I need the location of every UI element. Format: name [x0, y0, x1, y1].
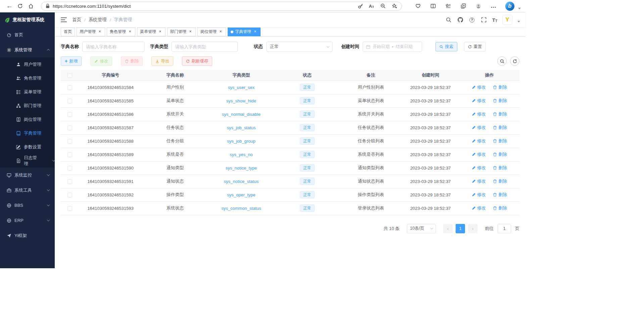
- sidebar-item-user-mgmt[interactable]: 用户管理: [0, 57, 55, 71]
- dict-name-input[interactable]: [82, 42, 145, 52]
- sidebar-item-menu-mgmt[interactable]: 菜单管理: [0, 85, 55, 99]
- sidebar-item-erp[interactable]: ERP: [0, 213, 55, 228]
- row-checkbox[interactable]: [67, 85, 72, 90]
- row-delete-link[interactable]: 删除: [493, 178, 507, 184]
- tab-role-mgmt[interactable]: 角色管理×: [107, 28, 135, 36]
- tab-home[interactable]: 首页: [61, 28, 75, 36]
- password-key-icon[interactable]: [358, 3, 364, 9]
- close-icon[interactable]: ×: [188, 30, 193, 34]
- tab-menu-mgmt[interactable]: 菜单管理×: [137, 28, 166, 36]
- row-checkbox[interactable]: [67, 139, 72, 144]
- sidebar-item-yi-framework[interactable]: Yi框架: [0, 228, 55, 243]
- tab-dict-mgmt[interactable]: 字典管理×: [228, 28, 261, 36]
- row-delete-link[interactable]: 删除: [493, 111, 507, 117]
- tab-dept-mgmt[interactable]: 部门管理×: [167, 28, 196, 36]
- breadcrumb-system[interactable]: 系统管理: [89, 17, 107, 23]
- user-avatar[interactable]: Y: [502, 15, 512, 25]
- dict-type-input[interactable]: [172, 42, 238, 52]
- prev-page-button[interactable]: ‹: [443, 224, 453, 233]
- sidebar-item-param-settings[interactable]: 参数设置: [0, 140, 55, 154]
- dict-type-link[interactable]: sys_job_status: [227, 125, 256, 130]
- dict-type-link[interactable]: sys_common_status: [221, 206, 261, 211]
- font-size-icon[interactable]: TT: [492, 17, 497, 23]
- row-delete-link[interactable]: 删除: [493, 192, 507, 198]
- sidebar-toggle-icon[interactable]: [61, 17, 67, 22]
- close-icon[interactable]: ×: [128, 30, 132, 34]
- sidebar-item-log-mgmt[interactable]: 日志管理: [0, 154, 55, 168]
- collections-icon[interactable]: [460, 3, 467, 9]
- row-checkbox[interactable]: [67, 99, 72, 103]
- show-search-toggle[interactable]: [497, 56, 507, 66]
- goto-page-input[interactable]: [498, 224, 511, 233]
- url-text[interactable]: https://ccnetcore.com:1101/system/dict: [53, 4, 131, 9]
- sidebar-item-bbs[interactable]: BBS: [0, 198, 55, 213]
- row-delete-link[interactable]: 删除: [493, 151, 507, 157]
- profile-avatar[interactable]: [475, 3, 482, 9]
- date-range-picker[interactable]: 开始日期 - 结束日期: [363, 42, 422, 52]
- row-delete-link[interactable]: 删除: [493, 138, 507, 144]
- sidebar-item-dept-mgmt[interactable]: 部门管理: [0, 99, 55, 112]
- search-button[interactable]: 搜索: [435, 42, 457, 51]
- row-edit-link[interactable]: 修改: [472, 98, 486, 104]
- row-delete-link[interactable]: 删除: [493, 84, 507, 90]
- dict-type-link[interactable]: sys_show_hide: [226, 98, 256, 103]
- row-edit-link[interactable]: 修改: [472, 125, 486, 131]
- row-checkbox[interactable]: [67, 206, 72, 211]
- edit-button[interactable]: 修改: [90, 56, 112, 66]
- sidebar-item-system-mgmt[interactable]: 系统管理: [0, 42, 55, 57]
- row-edit-link[interactable]: 修改: [472, 151, 486, 157]
- close-icon[interactable]: ×: [253, 30, 258, 34]
- export-button[interactable]: 导出: [151, 56, 173, 66]
- page-number-1[interactable]: 1: [456, 224, 465, 233]
- select-all-checkbox[interactable]: [67, 73, 72, 78]
- close-icon[interactable]: ×: [97, 30, 102, 34]
- fullscreen-icon[interactable]: [480, 16, 487, 23]
- delete-button[interactable]: 删除: [121, 56, 143, 66]
- row-edit-link[interactable]: 修改: [472, 84, 486, 90]
- back-icon[interactable]: ←: [6, 3, 13, 9]
- row-checkbox[interactable]: [67, 166, 72, 171]
- status-select[interactable]: 正常: [266, 42, 333, 52]
- row-edit-link[interactable]: 修改: [472, 205, 486, 211]
- close-icon[interactable]: ×: [158, 30, 163, 34]
- favorite-star-icon[interactable]: [392, 3, 398, 9]
- breadcrumb-home[interactable]: 首页: [72, 17, 81, 23]
- home-icon[interactable]: [28, 3, 34, 9]
- add-button[interactable]: + 新增: [61, 56, 82, 66]
- more-menu-icon[interactable]: …: [490, 3, 497, 9]
- split-screen-icon[interactable]: [430, 3, 436, 9]
- row-edit-link[interactable]: 修改: [472, 178, 486, 184]
- sidebar-item-dict-mgmt[interactable]: 字典管理: [0, 126, 55, 140]
- chevron-down-icon[interactable]: [518, 8, 521, 9]
- dict-type-link[interactable]: sys_user_sex: [228, 85, 255, 90]
- row-checkbox[interactable]: [67, 126, 72, 130]
- sidebar-item-home[interactable]: 首页: [0, 27, 55, 42]
- sidebar-item-role-mgmt[interactable]: 角色管理: [0, 71, 55, 85]
- favorites-bar-icon[interactable]: [445, 3, 452, 9]
- row-checkbox[interactable]: [67, 152, 72, 157]
- dict-type-link[interactable]: sys_job_group: [227, 139, 256, 144]
- refresh-table-button[interactable]: [510, 56, 519, 66]
- dict-type-link[interactable]: sys_notice_type: [226, 166, 257, 171]
- read-aloud-icon[interactable]: A: [369, 4, 375, 9]
- row-delete-link[interactable]: 删除: [493, 98, 507, 104]
- row-edit-link[interactable]: 修改: [472, 165, 486, 171]
- dict-type-link[interactable]: sys_normal_disable: [222, 112, 261, 117]
- row-checkbox[interactable]: [67, 179, 72, 184]
- user-menu-caret-icon[interactable]: [517, 21, 520, 22]
- row-checkbox[interactable]: [67, 112, 72, 117]
- page-size-select[interactable]: 10条/页: [407, 224, 436, 233]
- reload-icon[interactable]: [17, 3, 24, 9]
- address-bar[interactable]: https://ccnetcore.com:1101/system/dict A: [41, 2, 402, 11]
- dict-type-link[interactable]: sys_yes_no: [230, 152, 253, 157]
- reset-button[interactable]: 重置: [464, 42, 486, 51]
- github-icon[interactable]: [457, 16, 464, 23]
- bing-chat-icon[interactable]: b: [505, 2, 514, 11]
- zoom-icon[interactable]: [380, 3, 386, 9]
- dict-type-link[interactable]: sys_notice_status: [224, 179, 259, 184]
- row-edit-link[interactable]: 修改: [472, 138, 486, 144]
- header-search-icon[interactable]: [445, 16, 452, 23]
- help-icon[interactable]: ?: [469, 16, 475, 23]
- next-page-button[interactable]: ›: [468, 224, 477, 233]
- tab-post-mgmt[interactable]: 岗位管理×: [197, 28, 226, 36]
